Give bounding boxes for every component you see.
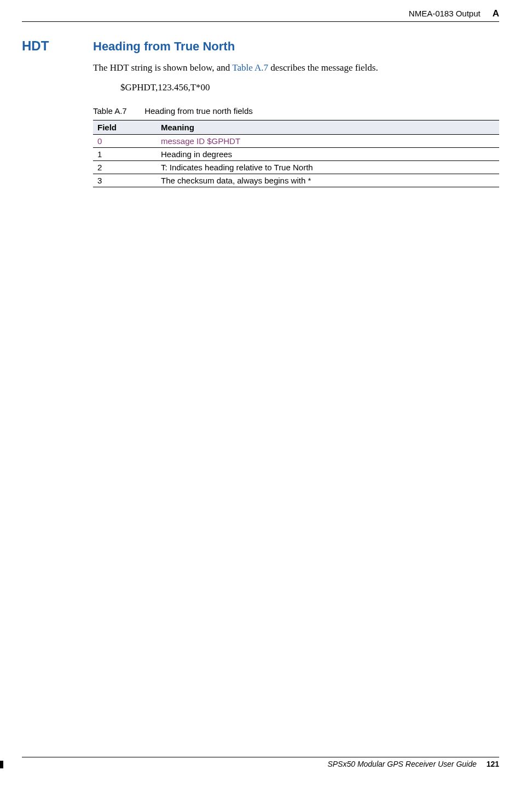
table-caption-text: Heading from true north fields xyxy=(144,106,253,116)
section-title: Heading from True North xyxy=(93,39,235,54)
left-margin-bar xyxy=(0,761,3,768)
table-header-field: Field xyxy=(93,120,157,134)
table-header-row: Field Meaning xyxy=(93,120,499,134)
table-cell-field: 2 xyxy=(93,160,157,174)
header-section-title: NMEA-0183 Output xyxy=(409,9,481,18)
page-header: NMEA-0183 Output A xyxy=(22,8,499,21)
footer-page-number: 121 xyxy=(487,760,499,768)
intro-paragraph: The HDT string is shown below, and Table… xyxy=(93,61,499,74)
table-cell-field: 0 xyxy=(93,134,157,147)
table-cell-field: 3 xyxy=(93,174,157,187)
section-code: HDT xyxy=(22,38,93,54)
paragraph-text-after: describes the message fields. xyxy=(268,62,378,73)
page-footer: SPSx50 Modular GPS Receiver User Guide 1… xyxy=(22,757,499,768)
table-cell-meaning: T: Indicates heading relative to True No… xyxy=(157,160,499,174)
footer-guide-title: SPSx50 Modular GPS Receiver User Guide xyxy=(327,760,476,768)
fields-table: Field Meaning 0 message ID $GPHDT 1 Head… xyxy=(93,120,499,187)
section-heading: HDT Heading from True North xyxy=(22,38,499,54)
table-header-meaning: Meaning xyxy=(157,120,499,134)
header-appendix-letter: A xyxy=(493,8,499,19)
paragraph-text-before: The HDT string is shown below, and xyxy=(93,62,232,73)
example-string: $GPHDT,123.456,T*00 xyxy=(120,82,499,93)
table-row: 3 The checksum data, always begins with … xyxy=(93,174,499,187)
table-cell-field: 1 xyxy=(93,147,157,160)
table-label: Table A.7 xyxy=(93,106,142,116)
table-row: 2 T: Indicates heading relative to True … xyxy=(93,160,499,174)
table-cell-meaning: message ID $GPHDT xyxy=(157,134,499,147)
table-caption: Table A.7 Heading from true north fields xyxy=(93,106,499,116)
table-cell-meaning: Heading in degrees xyxy=(157,147,499,160)
table-cell-meaning: The checksum data, always begins with * xyxy=(157,174,499,187)
table-row[interactable]: 0 message ID $GPHDT xyxy=(93,134,499,147)
table-reference-link[interactable]: Table A.7 xyxy=(232,62,268,73)
table-row: 1 Heading in degrees xyxy=(93,147,499,160)
